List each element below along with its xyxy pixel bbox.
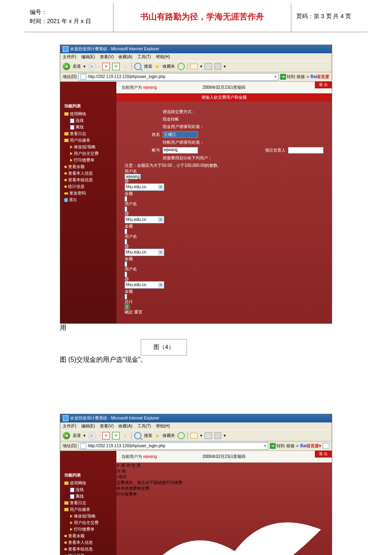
amount-input-4[interactable] xyxy=(125,294,127,299)
search-label-2[interactable]: 搜索 xyxy=(144,433,152,439)
sidebar-item-11[interactable]: 统计信息 xyxy=(64,183,114,190)
sidebar-item-5[interactable]: 修改组/策略 xyxy=(64,513,114,519)
refresh-button[interactable]: ⟳ xyxy=(112,63,120,70)
edit-icon-2[interactable] xyxy=(215,432,221,439)
domain-select-1[interactable]: hhu.edu.cn▾ xyxy=(125,183,164,191)
sidebar-item-0[interactable]: 使用网络 xyxy=(64,111,114,117)
logout-button-2[interactable]: 退 出 xyxy=(315,451,332,458)
ok-button[interactable]: 确定 xyxy=(125,310,133,314)
baidu-search-input[interactable] xyxy=(323,443,329,449)
home-button[interactable]: ⌂ xyxy=(122,63,129,70)
user-input-3[interactable] xyxy=(125,239,127,244)
print-icon[interactable] xyxy=(205,63,212,70)
name-input[interactable]: 王继江 xyxy=(163,131,198,138)
logout-button[interactable]: 退 出 xyxy=(315,81,332,88)
reset-button[interactable]: 重置 xyxy=(134,310,142,314)
stop-button[interactable]: ✕ xyxy=(102,63,110,70)
sidebar-item-6[interactable]: 用户自主交费 xyxy=(64,150,114,157)
mail-icon[interactable] xyxy=(190,64,198,69)
sidebar-item-8[interactable]: 查看余额 xyxy=(64,164,114,170)
url-input[interactable]: http://202.119.113.120/php/user_login.ph… xyxy=(78,73,279,81)
domain-select-3[interactable]: hhu.edu.cn▾ xyxy=(125,249,164,256)
sidebar-item-1[interactable]: 连线 xyxy=(64,486,114,493)
sidebar-item-3[interactable]: 查看日志 xyxy=(64,500,114,506)
sidebar-item-9[interactable]: 查看本人信息 xyxy=(64,170,114,177)
sidebar-item-5[interactable]: 修改组/策略 xyxy=(64,144,114,150)
url-input-2[interactable]: http://202.119.113.120/php/user_login.ph… xyxy=(78,442,268,450)
menu-help[interactable]: 帮助(H) xyxy=(156,54,170,60)
user-input-2[interactable] xyxy=(125,206,127,212)
sidebar-item-3[interactable]: 查看日志 xyxy=(64,130,114,137)
domain-select-4[interactable]: hhu.edu.cn▾ xyxy=(125,281,164,289)
account-input[interactable]: wjwang xyxy=(163,147,198,154)
sidebar-item-7[interactable]: 打印缴费单 xyxy=(64,526,114,533)
sidebar-item-10[interactable]: 查看本组信息 xyxy=(64,177,114,183)
sidebar-item-2[interactable]: 离线 xyxy=(64,493,114,500)
favorites-icon-2[interactable]: ★ xyxy=(155,432,160,439)
menu-tools[interactable]: 工具(T) xyxy=(137,54,151,60)
user-input-4[interactable] xyxy=(125,272,127,277)
search-icon-2[interactable] xyxy=(134,432,142,439)
sidebar-item-11[interactable]: 统计信息 xyxy=(64,553,114,555)
sidebar-item-7[interactable]: 打印缴费单 xyxy=(64,157,114,164)
menu-view-2[interactable]: 查看(V) xyxy=(100,423,113,429)
radio-cash[interactable]: 现金 xyxy=(163,116,171,122)
menu-fav[interactable]: 收藏(A) xyxy=(118,54,132,60)
amount-input-1[interactable] xyxy=(125,196,127,202)
baidu-toolbar-2[interactable]: Bai⾕百度▾ xyxy=(300,443,321,449)
owner-input[interactable] xyxy=(288,147,324,154)
sidebar-item-12[interactable]: 更改密码 xyxy=(64,190,114,197)
amount-input-2[interactable] xyxy=(125,229,127,234)
menu-tools-2[interactable]: 工具(T) xyxy=(137,423,151,429)
links-more-icon[interactable]: » xyxy=(307,74,309,79)
favorites-label[interactable]: 收藏夹 xyxy=(163,64,175,69)
menu-view[interactable]: 查看(V) xyxy=(100,54,113,60)
links-more-icon-2[interactable]: » xyxy=(296,444,299,448)
menubar-2[interactable]: 文件(F) 编辑(E) 查看(V) 收藏(A) 工具(T) 帮助(H) xyxy=(60,422,332,430)
sidebar-item-4[interactable]: 用户自服务 xyxy=(64,137,114,144)
edit-icon[interactable] xyxy=(215,63,221,70)
menu-file-2[interactable]: 文件(F) xyxy=(63,423,76,429)
radio-transfer[interactable]: 转帐 xyxy=(171,116,179,122)
sidebar-item-4[interactable]: 用户自服务 xyxy=(64,506,114,513)
go-button-2[interactable]: ➜转到 xyxy=(270,443,285,449)
baidu-toolbar[interactable]: Bai⾕百度 xyxy=(310,74,329,80)
menu-fav-2[interactable]: 收藏(A) xyxy=(118,423,132,429)
favorites-icon[interactable]: ★ xyxy=(155,63,160,70)
sidebar-item-13[interactable]: 退出 xyxy=(64,197,114,203)
links-label[interactable]: 链接 xyxy=(297,74,305,80)
sidebar-item-2[interactable]: 离线 xyxy=(64,124,114,130)
menu-file[interactable]: 文件(F) xyxy=(63,54,76,60)
search-label[interactable]: 搜索 xyxy=(144,64,152,69)
favorites-label-2[interactable]: 收藏夹 xyxy=(163,433,175,439)
sidebar-item-1[interactable]: 连线 xyxy=(64,117,114,124)
sidebar-item-0[interactable]: 使用网络 xyxy=(64,480,114,486)
sidebar-item-6[interactable]: 用户自主交费 xyxy=(64,519,114,526)
home-button-2[interactable]: ⌂ xyxy=(122,432,129,439)
mail-icon-2[interactable] xyxy=(190,433,198,439)
history-icon[interactable] xyxy=(177,63,185,70)
print-bill-button[interactable]: 打印缴费单 xyxy=(116,492,137,496)
domain-select-2[interactable]: hhu.edu.cn▾ xyxy=(125,216,164,223)
links-label-2[interactable]: 链接 xyxy=(286,443,295,449)
history-icon-2[interactable] xyxy=(177,432,185,439)
sidebar-item-9[interactable]: 查看本人信息 xyxy=(64,539,114,546)
amount-input-3[interactable] xyxy=(125,261,127,267)
url-dropdown-icon-2[interactable]: ▾ xyxy=(264,444,266,448)
sidebar-item-8[interactable]: 查看余额 xyxy=(64,533,114,539)
stop-button-2[interactable]: ✕ xyxy=(102,432,110,439)
sidebar-item-10[interactable]: 查看本组信息 xyxy=(64,546,114,553)
menu-edit[interactable]: 编辑(E) xyxy=(81,54,95,60)
back-button-2[interactable]: ◄ xyxy=(63,432,70,439)
menu-edit-2[interactable]: 编辑(E) xyxy=(81,423,95,429)
menubar[interactable]: 文件(F) 编辑(E) 查看(V) 收藏(A) 工具(T) 帮助(H) xyxy=(60,53,332,61)
user-input-1[interactable]: wjwang xyxy=(125,174,141,179)
back-label[interactable]: 后退 xyxy=(73,64,81,69)
go-button[interactable]: ➜转到 xyxy=(280,74,295,80)
back-label-2[interactable]: 后退 xyxy=(73,433,81,439)
search-icon[interactable] xyxy=(134,63,142,70)
menu-help-2[interactable]: 帮助(H) xyxy=(156,423,170,429)
detail-button[interactable]: 详 细 xyxy=(116,469,126,473)
url-dropdown-icon[interactable]: ▾ xyxy=(274,74,276,79)
back-button[interactable]: ◄ xyxy=(63,63,70,70)
